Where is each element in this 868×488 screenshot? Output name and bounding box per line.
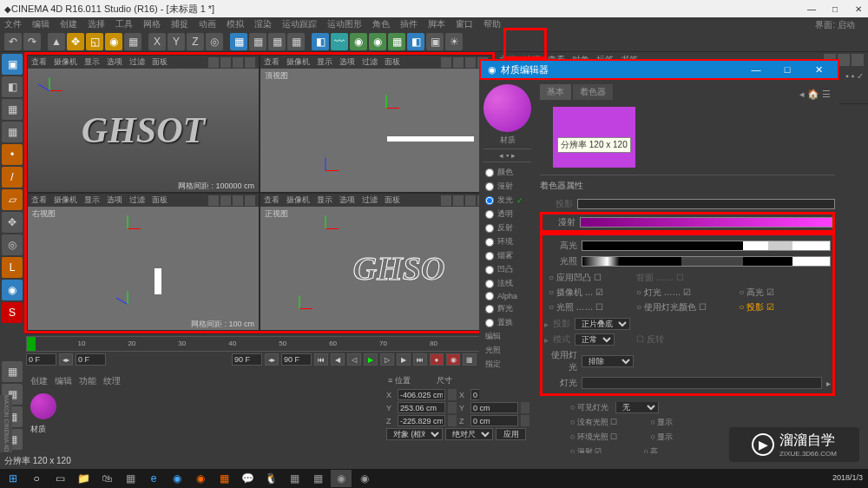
undo-icon[interactable]: ↶	[4, 33, 22, 50]
menu-motion-track[interactable]: 运动跟踪	[282, 18, 317, 30]
mode-select[interactable]: 正常	[575, 333, 615, 346]
axis-y-icon[interactable]: Y	[168, 33, 185, 50]
frame-start-input[interactable]	[26, 353, 56, 366]
channel-alpha[interactable]: Alpha	[485, 292, 529, 300]
redo-icon[interactable]: ↷	[23, 33, 41, 50]
point-mode-icon[interactable]: •	[2, 144, 23, 165]
app-icon[interactable]: ▦	[214, 470, 234, 487]
menu-tools[interactable]: 工具	[115, 18, 133, 30]
autokey-icon[interactable]: ◉	[446, 353, 460, 366]
maximize-button[interactable]: □	[775, 61, 799, 78]
texture-mode-icon[interactable]: ▦	[2, 99, 23, 120]
coord-mode-select[interactable]: 对象 (相对)	[386, 428, 443, 440]
edge-mode-icon[interactable]: /	[2, 167, 23, 188]
app-icon[interactable]: ▦	[284, 470, 305, 487]
viewport-right[interactable]: 查看 摄像机 显示 选项 过滤 面板 右视图 网格间距 : 100 cm	[27, 193, 260, 331]
channel-luminance[interactable]: 发光✓	[485, 195, 529, 206]
explorer-icon[interactable]: 📁	[73, 470, 94, 487]
add-light-icon[interactable]: ▸	[826, 379, 831, 388]
select-icon[interactable]: ▲	[48, 33, 65, 50]
menu-snap[interactable]: 捕捉	[171, 18, 188, 30]
menu-render[interactable]: 渲染	[254, 18, 272, 30]
material-editor-titlebar[interactable]: ◉ 材质编辑器 — □ ✕	[479, 59, 839, 80]
timeline-ruler[interactable]: 0 10 20 30 40 50 60 70 80 90	[26, 336, 493, 352]
menu-mesh[interactable]: 网格	[143, 18, 161, 30]
play-icon[interactable]: ▶	[364, 353, 378, 366]
menu-mograph[interactable]: 运动图形	[327, 18, 362, 30]
taskbar-clock[interactable]: 2018/1/3	[832, 474, 865, 483]
menu-file[interactable]: 文件	[4, 18, 22, 30]
taskview-icon[interactable]: ▭	[49, 470, 70, 487]
next-key-icon[interactable]: ▶	[397, 353, 411, 366]
edge-icon[interactable]: ◉	[167, 470, 187, 487]
menu-create[interactable]: 创建	[60, 18, 77, 30]
close-button[interactable]: ✕	[853, 4, 864, 14]
render-icon[interactable]: ▦	[230, 33, 247, 50]
goto-start-icon[interactable]: ⏮	[314, 353, 328, 366]
menu-window[interactable]: 窗口	[456, 18, 473, 30]
c4d-taskbar-icon[interactable]: ◉	[331, 470, 352, 487]
poly-mode-icon[interactable]: ▱	[2, 189, 23, 210]
picture-viewer-icon[interactable]: ▦	[287, 33, 305, 50]
cortana-icon[interactable]: ○	[26, 470, 47, 487]
next-frame-icon[interactable]: ▷	[380, 353, 394, 366]
layout-selector[interactable]: 界面: 启动	[815, 19, 855, 31]
eye-icon[interactable]	[838, 54, 850, 66]
axis-icon[interactable]: ✥	[2, 212, 23, 233]
uv-point-icon[interactable]: L	[2, 257, 23, 278]
record-icon[interactable]: ●	[430, 353, 444, 366]
close-button[interactable]: ✕	[806, 61, 831, 78]
material-preview-sphere[interactable]	[483, 84, 531, 132]
light-list[interactable]	[582, 377, 822, 389]
app-icon[interactable]: ◉	[190, 470, 211, 487]
app-icon[interactable]: ▦	[307, 470, 328, 487]
channel-edit[interactable]: 编辑	[485, 331, 529, 342]
env-icon[interactable]: ◧	[407, 33, 424, 50]
pos-z-input[interactable]	[398, 415, 445, 426]
qq-icon[interactable]: 🐧	[260, 470, 281, 487]
channel-displacement[interactable]: 置换	[485, 317, 529, 328]
misc-icon-1[interactable]: ▦	[2, 361, 23, 382]
workplane-icon[interactable]: ▦	[2, 122, 23, 142]
vp-nav-icon[interactable]	[220, 57, 231, 68]
goto-end-icon[interactable]: ⏭	[413, 353, 427, 366]
menu-script[interactable]: 脚本	[428, 18, 445, 30]
menu-select[interactable]: 选择	[88, 18, 105, 30]
channel-fog[interactable]: 烟雾	[485, 250, 529, 261]
size-y-input[interactable]	[470, 402, 518, 413]
scale-icon[interactable]: ◱	[86, 33, 103, 50]
stepper-icon[interactable]: ◂▸	[59, 353, 73, 366]
material-label[interactable]: 材质	[26, 424, 200, 435]
wechat-icon[interactable]: 💬	[237, 470, 258, 487]
apply-button[interactable]: 应用	[496, 428, 526, 440]
vp-nav-icon[interactable]	[233, 57, 243, 68]
viewport-front[interactable]: 查看 摄像机 显示 选项 过滤 面板 正视图 GHSO	[260, 193, 492, 331]
channel-transparency[interactable]: 透明	[485, 208, 529, 220]
menu-character[interactable]: 角色	[372, 18, 390, 30]
app-icon[interactable]: ◉	[354, 470, 375, 487]
menu-edit[interactable]: 编辑	[32, 18, 49, 30]
start-button[interactable]: ⊞	[3, 470, 23, 487]
move-icon[interactable]: ✥	[67, 33, 84, 50]
prev-key-icon[interactable]: ◀	[331, 353, 345, 366]
tweak-icon[interactable]: S	[2, 302, 23, 323]
channel-normal[interactable]: 法线	[485, 278, 529, 289]
blend-mode-select[interactable]: 正片叠底	[575, 318, 630, 330]
channel-assign[interactable]: 指定	[485, 359, 529, 370]
maximize-button[interactable]: □	[830, 4, 840, 14]
minimize-button[interactable]: —	[806, 4, 817, 14]
diffuse-gradient[interactable]	[580, 217, 832, 228]
tab-basic[interactable]: 基本	[540, 84, 571, 100]
frame-end2-input[interactable]	[281, 353, 312, 366]
prev-frame-icon[interactable]: ◁	[347, 353, 361, 366]
key-opts-icon[interactable]: ▦	[463, 353, 477, 366]
cube-icon[interactable]: ◧	[312, 33, 329, 50]
uv-poly-icon[interactable]: ◉	[2, 280, 23, 300]
render-settings-icon[interactable]: ▦	[268, 33, 286, 50]
channel-bump[interactable]: 凹凸	[485, 264, 529, 275]
vp-nav-icon[interactable]	[245, 57, 255, 68]
render-region-icon[interactable]: ▦	[249, 33, 266, 50]
minimize-button[interactable]: —	[744, 61, 768, 78]
store-icon[interactable]: 🛍	[96, 470, 117, 487]
viewport-top[interactable]: 查看 摄像机 显示 选项 过滤 面板 顶视图	[260, 55, 492, 193]
